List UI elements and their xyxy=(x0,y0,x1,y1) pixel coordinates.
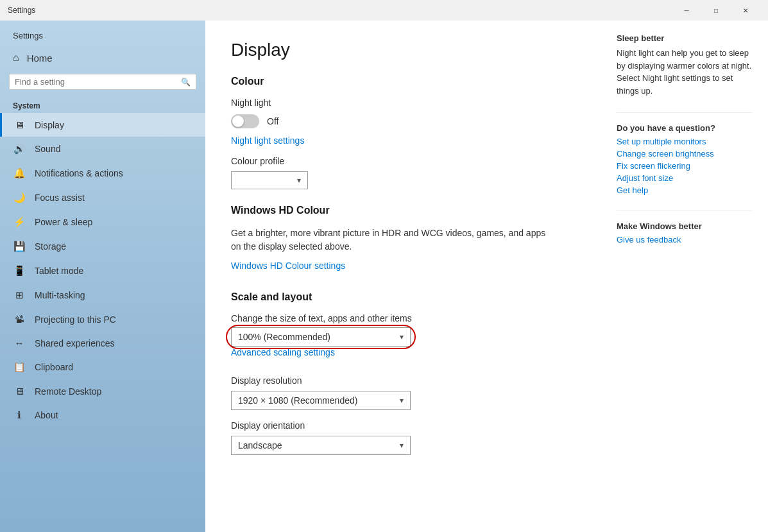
sidebar-item-storage[interactable]: 💾 Storage xyxy=(0,234,205,259)
sidebar-item-sound[interactable]: 🔊 Sound xyxy=(0,137,205,161)
power-icon: ⚡ xyxy=(13,216,26,228)
colour-section-header: Colour xyxy=(231,76,576,87)
give-feedback-link[interactable]: Give us feedback xyxy=(617,235,753,245)
tablet-icon: 📱 xyxy=(13,265,26,277)
home-label: Home xyxy=(27,53,53,64)
sidebar-item-label-multitasking: Multi-tasking xyxy=(35,290,85,300)
search-input[interactable] xyxy=(15,77,181,87)
get-help-link[interactable]: Get help xyxy=(617,185,753,195)
display-orientation-value: Landscape xyxy=(238,440,282,450)
minimize-button[interactable]: ─ xyxy=(672,0,701,21)
change-brightness-link[interactable]: Change screen brightness xyxy=(617,149,753,159)
night-light-settings-link[interactable]: Night light settings xyxy=(231,135,304,146)
window-controls: ─ □ ✕ xyxy=(672,0,760,21)
sidebar-item-label-remote: Remote Desktop xyxy=(35,386,101,397)
sidebar-item-label-storage: Storage xyxy=(35,241,66,252)
sidebar-item-power[interactable]: ⚡ Power & sleep xyxy=(0,210,205,234)
resolution-chevron: ▾ xyxy=(400,396,404,405)
scale-value: 100% (Recommended) xyxy=(238,332,330,342)
titlebar: Settings ─ □ ✕ xyxy=(0,0,768,21)
sidebar: Settings ⌂ Home 🔍 System 🖥 Display 🔊 Sou… xyxy=(0,21,205,532)
search-icon: 🔍 xyxy=(181,78,191,87)
scale-section-header: Scale and layout xyxy=(231,291,576,303)
about-icon: ℹ xyxy=(13,409,26,421)
sleep-desc: Night light can help you get to sleep by… xyxy=(617,47,753,97)
hd-colour-settings-link[interactable]: Windows HD Colour settings xyxy=(231,261,345,271)
sidebar-item-multitasking[interactable]: ⊞ Multi-tasking xyxy=(0,283,205,307)
projecting-icon: 📽 xyxy=(13,314,26,325)
shared-icon: ↔ xyxy=(13,338,26,348)
colour-profile-label: Colour profile xyxy=(231,156,576,166)
night-light-toggle[interactable] xyxy=(231,114,259,128)
scale-chevron: ▾ xyxy=(400,332,404,341)
sleep-better-section: Sleep better Night light can help you ge… xyxy=(617,33,753,97)
scale-dropdown[interactable]: 100% (Recommended) ▾ xyxy=(231,327,411,347)
close-button[interactable]: ✕ xyxy=(731,0,760,21)
display-icon: 🖥 xyxy=(13,119,26,130)
sidebar-item-focus[interactable]: 🌙 Focus assist xyxy=(0,185,205,210)
home-icon: ⌂ xyxy=(13,52,19,64)
sidebar-item-label-display: Display xyxy=(35,120,64,130)
sidebar-item-projecting[interactable]: 📽 Projecting to this PC xyxy=(0,307,205,331)
sidebar-item-label-about: About xyxy=(35,410,58,420)
page-title: Display xyxy=(231,40,576,60)
night-light-state: Off xyxy=(267,116,278,126)
sidebar-section-label: System xyxy=(0,96,205,113)
display-resolution-dropdown[interactable]: 1920 × 1080 (Recommended) ▾ xyxy=(231,391,411,410)
display-orientation-label: Display orientation xyxy=(231,420,576,431)
scale-desc: Change the size of text, apps and other … xyxy=(231,313,576,323)
orientation-chevron: ▾ xyxy=(400,441,404,450)
divider-2 xyxy=(617,210,753,211)
sidebar-item-label-projecting: Projecting to this PC xyxy=(35,314,116,325)
display-resolution-value: 1920 × 1080 (Recommended) xyxy=(238,395,357,406)
setup-monitors-link[interactable]: Set up multiple monitors xyxy=(617,137,753,146)
clipboard-icon: 📋 xyxy=(13,361,26,373)
night-light-toggle-row: Off xyxy=(231,114,576,128)
content-area: Display Colour Night light Off Night lig… xyxy=(205,21,768,532)
display-resolution-label: Display resolution xyxy=(231,375,576,386)
colour-profile-chevron: ▾ xyxy=(297,176,301,185)
display-orientation-dropdown[interactable]: Landscape ▾ xyxy=(231,436,411,455)
sidebar-item-shared[interactable]: ↔ Shared experiences xyxy=(0,331,205,355)
sidebar-item-display[interactable]: 🖥 Display xyxy=(0,113,205,137)
sidebar-item-tablet[interactable]: 📱 Tablet mode xyxy=(0,259,205,283)
sidebar-item-label-power: Power & sleep xyxy=(35,217,92,227)
divider-1 xyxy=(617,112,753,113)
multitasking-icon: ⊞ xyxy=(13,289,26,301)
sidebar-item-label-tablet: Tablet mode xyxy=(35,266,83,276)
focus-icon: 🌙 xyxy=(13,192,26,203)
sidebar-home[interactable]: ⌂ Home xyxy=(0,46,205,70)
remote-icon: 🖥 xyxy=(13,386,26,397)
notifications-icon: 🔔 xyxy=(13,167,26,179)
sleep-title: Sleep better xyxy=(617,33,753,43)
toggle-knob xyxy=(232,116,244,127)
adjust-font-link[interactable]: Adjust font size xyxy=(617,173,753,183)
fix-flickering-link[interactable]: Fix screen flickering xyxy=(617,161,753,171)
feedback-section: Make Windows better Give us feedback xyxy=(617,221,753,245)
sidebar-item-notifications[interactable]: 🔔 Notifications & actions xyxy=(0,161,205,185)
content-main: Display Colour Night light Off Night lig… xyxy=(205,21,601,532)
maximize-button[interactable]: □ xyxy=(701,0,731,21)
app-title: Settings xyxy=(8,6,35,15)
question-title: Do you have a question? xyxy=(617,123,753,133)
feedback-title: Make Windows better xyxy=(617,221,753,231)
sidebar-item-label-notifications: Notifications & actions xyxy=(35,168,123,178)
advanced-scaling-link[interactable]: Advanced scaling settings xyxy=(231,347,335,357)
sidebar-search[interactable]: 🔍 xyxy=(9,74,196,90)
sidebar-item-remote[interactable]: 🖥 Remote Desktop xyxy=(0,379,205,403)
sound-icon: 🔊 xyxy=(13,143,26,155)
right-panel: Sleep better Night light can help you ge… xyxy=(601,21,768,532)
app-body: Settings ⌂ Home 🔍 System 🖥 Display 🔊 Sou… xyxy=(0,21,768,532)
storage-icon: 💾 xyxy=(13,241,26,252)
sidebar-item-about[interactable]: ℹ About xyxy=(0,403,205,427)
sidebar-item-label-focus: Focus assist xyxy=(35,193,85,203)
sidebar-app-name: Settings xyxy=(0,21,205,46)
colour-profile-dropdown[interactable]: ▾ xyxy=(231,171,308,189)
scale-dropdown-wrapper: 100% (Recommended) ▾ xyxy=(231,327,411,347)
sidebar-item-clipboard[interactable]: 📋 Clipboard xyxy=(0,355,205,379)
sidebar-item-label-shared: Shared experiences xyxy=(35,338,115,348)
night-light-label: Night light xyxy=(231,98,271,108)
night-light-row: Night light xyxy=(231,98,576,108)
sidebar-item-label-sound: Sound xyxy=(35,144,60,154)
hd-colour-desc: Get a brighter, more vibrant picture in … xyxy=(231,227,552,253)
